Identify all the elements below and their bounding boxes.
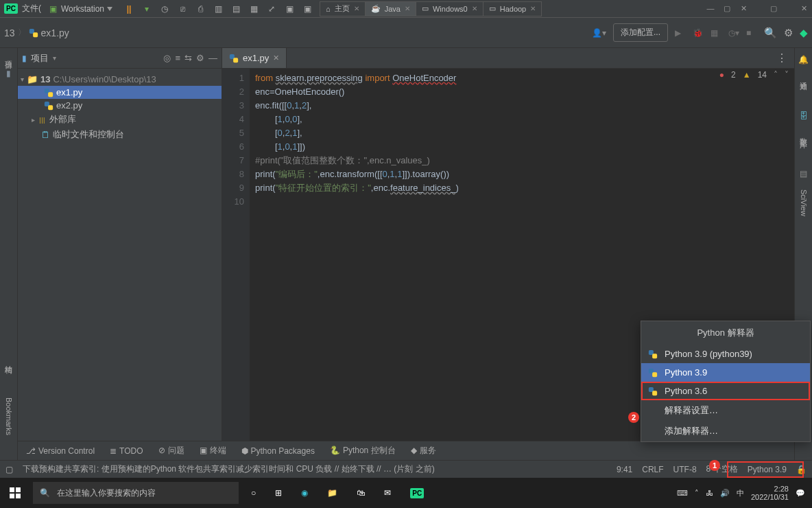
db-vtab[interactable]: 数据库 [798,132,809,136]
tree-external-libs[interactable]: ▸ ⫼ 外部库 [18,112,222,127]
gear-icon[interactable]: ⚙ [784,27,793,39]
stop-icon[interactable]: ■ [746,28,757,38]
tab-windows0[interactable]: ▭Windows0✕ [416,1,483,16]
profile-icon[interactable]: ◷▾ [728,28,739,38]
taskbar-search[interactable]: 🔍 在这里输入你要搜索的内容 [33,482,239,504]
sciview-vtab[interactable]: SciView [800,189,808,216]
todo-tool[interactable]: ≣TODO [110,446,143,456]
tab-hadoop[interactable]: ▭Hadoop✕ [483,1,542,16]
encoding[interactable]: UTF-8 [673,465,697,474]
coverage-icon[interactable]: ▦ [710,28,721,38]
close-icon[interactable]: ✕ [405,5,410,12]
picture-icon[interactable]: ⎚ [177,3,188,14]
run-icon[interactable]: ▶ [675,28,686,38]
search-icon[interactable]: 🔍 [764,27,777,39]
terminal1-icon[interactable]: ▣ [284,3,295,14]
tree-scratches[interactable]: 🗒 临时文件和控制台 [18,127,222,142]
inspection-widget[interactable]: ●2 ▲14 ˄ ˅ [719,70,789,80]
tree-file-ex1[interactable]: ex1.py [18,86,222,99]
tab-java[interactable]: ☕Java✕ [365,1,416,16]
vcs-tool[interactable]: ⎇Version Control [26,446,95,456]
file-menu[interactable]: 文件( [22,3,41,14]
services-tool[interactable]: ◆服务 [411,445,436,457]
chevron-up-icon[interactable]: ˄ [774,70,778,80]
interpreter-settings[interactable]: 解释器设置… [641,400,810,421]
clock-icon[interactable]: ◷ [159,3,170,14]
project-tab-icon[interactable]: ▮ [6,69,11,78]
structure-vtab[interactable]: 结构 [3,359,14,362]
tray-clock[interactable]: 2:28 2022/10/31 [751,485,789,501]
interpreter-option-2[interactable]: Python 3.6 [641,382,810,400]
tray-chevron-icon[interactable]: ˄ [695,489,699,498]
status-icon[interactable]: ▢ [5,465,13,474]
target-icon[interactable]: ◎ [163,53,171,63]
close-icon[interactable]: ✕ [472,5,477,12]
breadcrumb-root[interactable]: 13 [4,27,15,38]
interpreter-status[interactable]: Python 3.9 [748,465,787,474]
taskview-icon[interactable]: ⊞ [275,488,282,498]
project-vtab[interactable]: 项目 [3,55,14,58]
caret-position[interactable]: 9:41 [617,465,632,474]
tab-home[interactable]: ⌂主页✕ [320,1,366,16]
expand-tree-icon[interactable]: ⇆ [184,53,192,63]
problems-tool[interactable]: ⊘问题 [158,445,184,457]
pause-icon[interactable]: || [123,3,134,14]
outer-close-button[interactable]: ✕ [796,4,812,13]
gear-icon[interactable]: ⚙ [196,53,204,63]
ime-indicator[interactable]: 中 [737,488,744,498]
hide-icon[interactable]: — [208,53,217,63]
outer-maximize-button[interactable]: ▢ [765,4,782,13]
popup-title: Python 解释器 [641,321,810,345]
debug-icon[interactable]: 🐞 [693,28,704,38]
tree-root[interactable]: ▾ 📁 13 C:\Users\win0\Desktop\13 [18,73,222,86]
chevron-down-icon[interactable]: ▾ [53,54,56,62]
terminal2-icon[interactable]: ▣ [302,3,313,14]
interpreter-option-0[interactable]: Python 3.9 (python39) [641,345,810,363]
resume-icon[interactable]: ▾ [141,3,152,14]
console-tool[interactable]: 🐍Python 控制台 [330,445,396,457]
store-icon[interactable]: 🛍 [357,488,365,498]
tree-file-ex2[interactable]: ex2.py [18,99,222,112]
editor-tab-ex1[interactable]: ex1.py ✕ [222,48,287,68]
close-button[interactable]: ✕ [735,4,752,13]
explorer-icon[interactable]: 📁 [327,488,337,498]
bell-icon[interactable]: 🔔 [798,55,809,65]
workstation-dropdown[interactable]: Workstation [57,3,117,15]
pycharm-task-icon[interactable]: PC [410,488,424,498]
layout1-icon[interactable]: ▥ [213,3,224,14]
mail-icon[interactable]: ✉ [384,488,391,498]
editor-more-icon[interactable]: ⋮ [769,51,794,65]
minimize-button[interactable]: — [702,4,719,13]
interpreter-add[interactable]: 添加解释器… [641,421,810,441]
sciview-icon[interactable]: ▤ [800,169,807,178]
db-icon[interactable]: 🗄 [800,111,808,121]
volume-icon[interactable]: 🔊 [720,489,730,498]
add-config-button[interactable]: 添加配置... [613,23,668,42]
start-button[interactable] [0,487,30,498]
close-icon[interactable]: ✕ [273,54,279,62]
lock-icon[interactable]: 🔒 [796,465,807,474]
maximize-button[interactable]: ▢ [719,4,735,13]
interpreter-option-1[interactable]: Python 3.9 [641,363,810,382]
user-icon[interactable]: 👤▾ [592,28,606,38]
chevron-down-icon[interactable]: ˅ [785,70,789,80]
collapse-icon[interactable]: ≡ [175,53,180,63]
bookmarks-vtab[interactable]: Bookmarks [5,397,13,435]
printer-icon[interactable]: ⎙ [195,3,206,14]
edge-icon[interactable]: ◉ [301,488,308,498]
network-icon[interactable]: 🖧 [706,489,713,497]
close-icon[interactable]: ✕ [530,5,536,12]
keyboard-icon[interactable]: ⌨ [677,489,688,498]
brand-icon[interactable]: ◆ [800,27,808,39]
breadcrumb-file[interactable]: ex1.py [41,27,69,38]
close-icon[interactable]: ✕ [354,5,359,12]
cortana-icon[interactable]: ○ [251,488,256,498]
line-sep[interactable]: CRLF [642,465,663,474]
packages-tool[interactable]: ⬢Python Packages [241,446,315,456]
layout2-icon[interactable]: ▤ [230,3,241,14]
notifications-icon[interactable]: 💬 [796,489,805,498]
layout3-icon[interactable]: ▦ [248,3,259,14]
terminal-tool[interactable]: ▣终端 [200,445,226,457]
expand-icon[interactable]: ⤢ [266,3,277,14]
notify-vtab[interactable]: 通知 [798,76,809,78]
